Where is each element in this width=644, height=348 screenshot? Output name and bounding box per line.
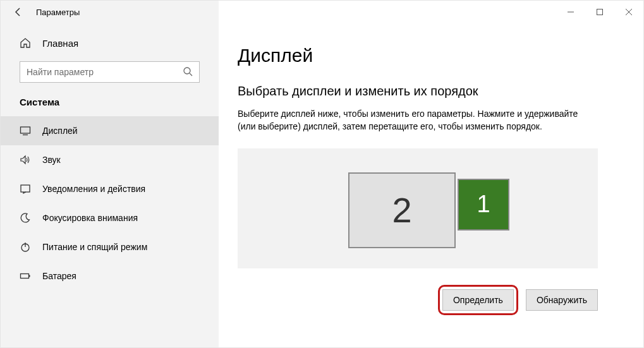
battery-icon [20,270,31,282]
monitor-2[interactable]: 2 [348,172,456,248]
search-icon [183,66,194,78]
svg-rect-8 [21,185,30,192]
search-input[interactable] [27,67,183,77]
page-heading: Дисплей [238,45,628,66]
sidebar-item-label: Фокусировка внимания [42,213,138,223]
svg-point-4 [184,68,190,74]
search-box[interactable] [20,61,200,83]
svg-line-5 [190,73,192,76]
home-icon [20,37,31,49]
section-heading: Выбрать дисплеи и изменить их порядок [238,84,628,99]
sidebar-item-battery[interactable]: Батарея [1,261,219,291]
monitor-1[interactable]: 1 [458,179,509,231]
window-title: Параметры [36,8,80,17]
sidebar-item-sound[interactable]: Звук [1,145,219,174]
sidebar-section-label: Система [1,83,219,116]
back-button[interactable] [9,3,27,21]
highlight-ring: Определить [438,285,518,315]
close-icon [625,8,633,16]
minimize-icon [567,8,574,16]
sidebar-item-label: Батарея [42,271,76,281]
sidebar-nav-list: Дисплей Звук Уведомления и действия [1,116,219,291]
window-controls [556,1,643,23]
section-description: Выберите дисплей ниже, чтобы изменить ег… [238,107,598,133]
identify-button[interactable]: Определить [442,289,514,311]
arrow-left-icon [13,6,24,18]
sidebar-item-label: Дисплей [42,126,78,136]
monitor-1-label: 1 [477,191,490,218]
sidebar-item-display[interactable]: Дисплей [1,116,219,145]
display-button-row: Определить Обнаружить [238,285,598,315]
close-button[interactable] [614,1,643,23]
sidebar: Главная Система [1,23,219,347]
monitor-2-label: 2 [392,189,411,231]
titlebar: Параметры [1,1,219,23]
sidebar-item-focus[interactable]: Фокусировка внимания [1,203,219,232]
svg-rect-11 [21,274,29,279]
svg-rect-12 [29,275,30,277]
display-arrangement-area[interactable]: 2 1 [238,148,598,268]
settings-window: Параметры Главная [0,0,644,348]
home-label: Главная [42,38,78,49]
svg-rect-6 [21,127,30,133]
notifications-icon [20,183,31,195]
power-icon [20,241,31,253]
sidebar-item-power[interactable]: Питание и спящий режим [1,232,219,261]
monitor-icon [20,125,31,136]
sidebar-item-notifications[interactable]: Уведомления и действия [1,174,219,203]
sound-icon [20,154,31,165]
minimize-button[interactable] [556,1,585,23]
content-area: Дисплей Выбрать дисплеи и изменить их по… [219,23,643,347]
sidebar-item-label: Звук [42,155,61,165]
maximize-icon [596,8,604,16]
maximize-button[interactable] [585,1,614,23]
svg-rect-1 [597,9,603,15]
moon-icon [20,212,31,224]
sidebar-item-label: Уведомления и действия [42,184,145,194]
detect-button[interactable]: Обнаружить [526,289,598,311]
sidebar-item-label: Питание и спящий режим [42,242,147,252]
sidebar-item-home[interactable]: Главная [1,31,219,55]
